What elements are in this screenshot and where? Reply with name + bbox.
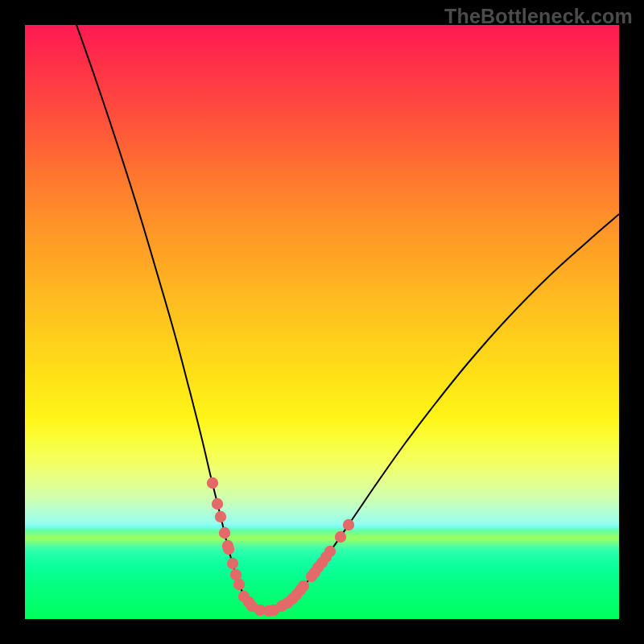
bottleneck-curve-svg: [25, 25, 619, 619]
marker-group: [207, 477, 354, 617]
chart-frame: TheBottleneck.com: [0, 0, 644, 644]
curve-marker: [335, 531, 346, 543]
curve-marker: [212, 498, 223, 510]
plot-area: [25, 25, 619, 619]
curve-marker: [343, 519, 354, 530]
curve-marker: [298, 580, 309, 592]
curve-marker: [324, 546, 336, 557]
curve-marker: [215, 511, 226, 522]
curve-marker: [207, 477, 218, 489]
watermark-text: TheBottleneck.com: [444, 5, 633, 28]
curve-marker: [233, 579, 245, 590]
curve-marker: [223, 543, 234, 555]
curve-marker: [227, 558, 238, 569]
curve-marker: [219, 527, 230, 539]
